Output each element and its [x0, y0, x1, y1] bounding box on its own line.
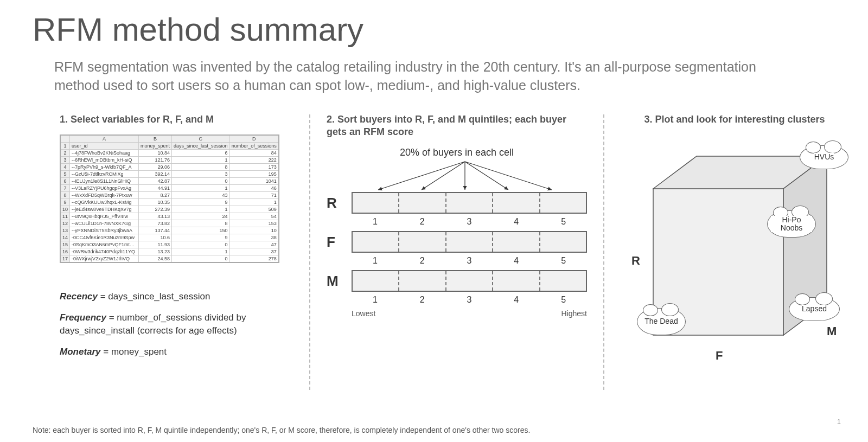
quintile-num: 5 — [540, 217, 587, 227]
cell-user-id: --jeEd4sw8Ve9TDHKqXv7g — [70, 206, 139, 213]
rownum: 3 — [60, 156, 70, 163]
col-b: B — [139, 135, 172, 143]
quintile-num: 5 — [540, 256, 587, 266]
cell-sessions: 71 — [229, 191, 279, 198]
quintile-num: 4 — [493, 256, 540, 266]
divider-2 — [603, 114, 604, 390]
cell-user-id: -0CC4tvf6Kie1R3Nuzm9Spw — [70, 234, 139, 241]
rownum: 16 — [60, 248, 70, 255]
axis-r: R — [631, 254, 640, 268]
rownum: 10 — [60, 206, 70, 213]
cell-user-id: --IEUJyn1le8S1L1NnGlHiQ — [70, 177, 139, 184]
cell-days: 1 — [172, 248, 230, 255]
svg-line-4 — [465, 162, 552, 190]
cell-sessions: 47 — [229, 241, 279, 248]
rownum: 8 — [60, 191, 70, 198]
quintile-cell — [399, 232, 446, 252]
quintile-cell — [493, 271, 540, 291]
rownum: 7 — [60, 184, 70, 191]
cell-days: 8 — [172, 163, 230, 170]
cell-user-id: --utV9QxHbqRJ5_FffV4Iw — [70, 213, 139, 220]
cell-sessions: 38 — [229, 234, 279, 241]
step-2: 2. Sort buyers into R, F, and M quintile… — [321, 111, 592, 399]
cell-user-id: --GzU5i-7dtlkzvRCMiXg — [70, 170, 139, 177]
cell-sessions: 509 — [229, 206, 279, 213]
quintile-cell — [446, 193, 493, 213]
arrows — [359, 159, 571, 192]
cell-money: 11.93 — [139, 241, 172, 248]
rownum: 6 — [60, 177, 70, 184]
step-1-title: 1. Select variables for R, F, and M — [60, 113, 293, 126]
quintile-cell — [540, 232, 586, 252]
axis-m: M — [827, 324, 837, 338]
cell-days: 0 — [172, 177, 230, 184]
cell-days: 43 — [172, 191, 230, 198]
cell-money: 24.58 — [139, 255, 172, 262]
cell-sessions: 153 — [229, 220, 279, 227]
cell-user-id: -0WRw3drik4740PdqzlI11YQ — [70, 248, 139, 255]
cell-sessions: 10 — [229, 227, 279, 234]
step-3: 3. Plot and look for interesting cluster… — [615, 111, 854, 399]
cell-sessions: 173 — [229, 163, 279, 170]
cell-sessions: 1041 — [229, 177, 279, 184]
cell-user-id: --yPXNNDiST5SbRy3jbwaA — [70, 227, 139, 234]
table-row: 3--6RhEWl_mDBtbm_kH-siQ121.761222 — [60, 156, 279, 163]
quintile-group-m: M12345 — [327, 270, 587, 305]
quintile-group-f: F12345 — [327, 231, 587, 266]
cell-user-id: --7pRyPVh9_s-Wkfb7QF_A — [70, 163, 139, 170]
hdr-sessions: number_of_sessions — [229, 142, 279, 149]
term-recency: Recency — [60, 291, 98, 302]
quintile-cell — [399, 271, 446, 291]
quintile-num: 1 — [352, 256, 399, 266]
footnote: Note: each buyer is sorted into R, F, M … — [33, 426, 530, 434]
quintile-cell — [353, 271, 399, 291]
cell-sessions: 195 — [229, 170, 279, 177]
table-row: 6--IEUJyn1le8S1L1NnGlHiQ42.8701041 — [60, 177, 279, 184]
col-blank — [60, 135, 70, 143]
cloud-lapsed: Lapsed — [789, 297, 840, 321]
quintile-cell — [399, 193, 446, 213]
cell-money: 121.76 — [139, 156, 172, 163]
cell-user-id: --WxXdFD5qWBrqk-7Ptxuw — [70, 191, 139, 198]
rownum: 17 — [60, 255, 70, 262]
term-frequency: Frequency — [60, 312, 106, 323]
table-row: 16-0WRw3drik4740PdqzlI11YQ13.23137 — [60, 248, 279, 255]
cell-user-id: --4j78FWhoBv2KNiSohaag — [70, 149, 139, 156]
svg-line-0 — [378, 162, 465, 190]
arrow-svg — [359, 159, 571, 192]
columns: 1. Select variables for R, F, and M A B … — [54, 111, 835, 399]
cell-money: 10.35 — [139, 198, 172, 206]
cell-sessions: 37 — [229, 248, 279, 255]
table-row: 5--GzU5i-7dtlkzvRCMiXg392.143195 — [60, 170, 279, 177]
table-row: 2--4j78FWhoBv2KNiSohaag10.84684 — [60, 149, 279, 156]
quintile-num: 3 — [446, 295, 493, 305]
label-lowest: Lowest — [352, 309, 375, 318]
cloud-hvus: HVUs — [800, 145, 848, 169]
cell-days: 1 — [172, 206, 230, 213]
cell-user-id: -0SqKmO3ANsmPvQF1mtwjQ — [70, 241, 139, 248]
table-row: 12--wCULil1D1n-78vNXK7Gg73.828153 — [60, 220, 279, 227]
quintile-num: 3 — [446, 217, 493, 227]
rownum: 5 — [60, 170, 70, 177]
cell-sessions: 84 — [229, 149, 279, 156]
rownum: 12 — [60, 220, 70, 227]
sheet-headers: 1 user_id money_spent days_since_last_se… — [60, 142, 279, 149]
cube-plot: R F M HVUs Hi-Po Noobs The Dead Lapsed — [621, 134, 848, 373]
slide: RFM method summary RFM segmentation was … — [0, 0, 868, 442]
table-row: 8--WxXdFD5qWBrqk-7Ptxuw8.274371 — [60, 191, 279, 198]
quintile-bar — [352, 270, 587, 292]
cell-money: 137.44 — [139, 227, 172, 234]
cell-money: 43.13 — [139, 213, 172, 220]
rownum: 9 — [60, 198, 70, 206]
svg-line-1 — [422, 162, 465, 190]
hdr-user-id: user_id — [70, 142, 139, 149]
table-row: 13--yPXNNDiST5SbRy3jbwaA137.4415010 — [60, 227, 279, 234]
cell-money: 10.84 — [139, 149, 172, 156]
cell-money: 392.14 — [139, 170, 172, 177]
cloud-hipo-text: Hi-Po Noobs — [771, 216, 812, 233]
definitions: Recency = days_since_last_session Freque… — [60, 290, 293, 359]
table-row: 15-0SqKmO3ANsmPvQF1mtwjQ11.93047 — [60, 241, 279, 248]
low-high-labels: Lowest Highest — [352, 309, 587, 318]
cell-money: 73.82 — [139, 220, 172, 227]
quintile-cell — [540, 271, 586, 291]
